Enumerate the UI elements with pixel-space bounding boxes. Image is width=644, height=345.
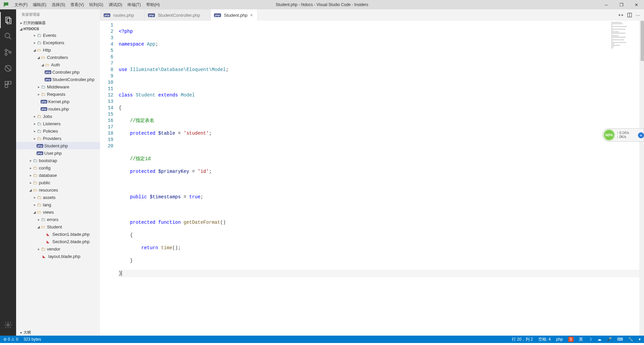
app-logo <box>0 2 12 8</box>
statusbar: ⊘ 0 ⚠ 0 323 bytes 行 20，列 2 空格: 4 php S 英… <box>0 336 644 343</box>
menu-selection[interactable]: 选择(S) <box>49 0 68 9</box>
svg-point-5 <box>5 53 7 55</box>
status-position[interactable]: 行 20，列 2 <box>512 337 533 342</box>
tree-row[interactable]: ▸🗀config <box>16 164 100 171</box>
tree-row[interactable]: ◢🗁resources <box>16 186 100 194</box>
sidebar: 资源管理器 ▸打开的编辑器 ◢HTDOCS ▸🗀Events▸🗀Exceptio… <box>16 9 100 336</box>
svg-rect-9 <box>5 81 8 84</box>
extensions-icon[interactable] <box>0 76 16 92</box>
tree-row[interactable]: ◣Section2.blade.php <box>16 238 100 245</box>
tab-student[interactable]: phpStudent.php× <box>211 9 258 21</box>
status-language[interactable]: php <box>556 337 563 342</box>
net-stats: ↑ 0.1K/s ↓ 0K/s <box>617 131 629 139</box>
tree-row[interactable]: ▸🗀assets <box>16 194 100 201</box>
section-workspace[interactable]: ◢HTDOCS <box>16 26 100 31</box>
activitybar <box>0 9 16 336</box>
window-title: Student.php - htdocs - Visual Studio Cod… <box>276 2 368 7</box>
code-editor[interactable]: 1234567891011121314151617181920 <?php na… <box>100 21 644 336</box>
tree-row[interactable]: phpKernel.php <box>16 98 100 105</box>
tree-row[interactable]: phpController.php <box>16 68 100 76</box>
compare-icon[interactable] <box>618 12 624 18</box>
tree-row[interactable]: ▸🗀Listeners <box>16 120 100 127</box>
svg-rect-11 <box>5 85 8 87</box>
menu-file[interactable]: 文件(F) <box>12 0 30 9</box>
svg-rect-0 <box>6 17 10 22</box>
tree-row[interactable]: ▸🗀Requests <box>16 90 100 98</box>
network-widget[interactable]: 60% ↑ 0.1K/s ↓ 0K/s + <box>602 128 644 142</box>
menu-terminal[interactable]: 终端(T) <box>125 0 143 9</box>
svg-point-4 <box>5 49 7 51</box>
tree-row[interactable]: ▸🗀Jobs <box>16 113 100 120</box>
tree-row[interactable]: phproutes.php <box>16 105 100 113</box>
tree-row[interactable]: ▸🗀bootstrap <box>16 157 100 164</box>
status-errors[interactable]: ⊘ 0 ⚠ 0 <box>3 337 18 342</box>
status-moon-icon[interactable]: ☽ <box>588 337 592 342</box>
section-open-editors[interactable]: ▸打开的编辑器 <box>16 20 100 26</box>
settings-icon[interactable] <box>0 317 16 333</box>
status-mic-icon[interactable]: 🎤 <box>607 337 612 342</box>
tree-row[interactable]: ◣layout.blade.php <box>16 253 100 260</box>
tree-row[interactable]: ◣Section1.blade.php <box>16 230 100 238</box>
tree-row[interactable]: ▸🗀Middleware <box>16 83 100 90</box>
titlebar: 文件(F) 编辑(E) 选择(S) 查看(V) 转到(G) 调试(D) 终端(T… <box>0 0 644 9</box>
sidebar-header: 资源管理器 <box>16 9 100 20</box>
more-icon[interactable]: ⋯ <box>636 13 640 18</box>
minimize-button[interactable]: ─ <box>599 0 614 9</box>
tree-row[interactable]: ▸🗀errors <box>16 216 100 223</box>
tree-row[interactable]: ▸🗀lang <box>16 201 100 208</box>
file-tree[interactable]: ▸🗀Events▸🗀Exceptions◢🗁Http◢🗁Controllers◢… <box>16 31 100 329</box>
tree-row[interactable]: ▸🗀Exceptions <box>16 39 100 46</box>
explorer-icon[interactable] <box>0 12 16 28</box>
svg-rect-1 <box>7 18 11 24</box>
status-indent[interactable]: 空格: 4 <box>538 337 551 342</box>
section-outline[interactable]: ▸大纲 <box>16 329 100 336</box>
svg-line-3 <box>9 37 11 39</box>
source-control-icon[interactable] <box>0 44 16 60</box>
tree-row[interactable]: ◢🗁Http <box>16 46 100 54</box>
tree-row[interactable]: ▸🗀public <box>16 179 100 186</box>
status-lang-en[interactable]: 英 <box>579 337 583 342</box>
menu-go[interactable]: 转到(G) <box>87 0 106 9</box>
close-button[interactable]: ✕ <box>629 0 644 9</box>
tree-row[interactable]: phpUser.php <box>16 149 100 157</box>
editor-area: phproutes.php× phpStudentController.php×… <box>100 9 644 336</box>
tree-row[interactable]: ▸🗀database <box>16 171 100 179</box>
status-size[interactable]: 323 bytes <box>23 337 41 342</box>
code-content[interactable]: <?php namespace App; use Illuminate\Data… <box>119 21 644 336</box>
tree-row[interactable]: ◢🗁Student <box>16 223 100 230</box>
tabs-row: phproutes.php× phpStudentController.php×… <box>100 9 644 21</box>
vertical-scrollbar[interactable] <box>639 21 644 336</box>
svg-point-2 <box>5 33 10 38</box>
debug-icon[interactable] <box>0 60 16 76</box>
minimap[interactable] <box>609 21 639 336</box>
tree-row[interactable]: ◢🗁Controllers <box>16 54 100 61</box>
gutter: 1234567891011121314151617181920 <box>100 21 119 336</box>
close-icon[interactable]: × <box>250 12 254 18</box>
plus-icon[interactable]: + <box>638 132 644 138</box>
status-kbd-icon[interactable]: ⌨ <box>617 337 623 342</box>
search-icon[interactable] <box>0 28 16 44</box>
tree-row[interactable]: ◢🗁Auth <box>16 61 100 68</box>
split-icon[interactable] <box>627 12 632 18</box>
menu-view[interactable]: 查看(V) <box>68 0 87 9</box>
tab-routes[interactable]: phproutes.php× <box>100 9 145 21</box>
svg-point-12 <box>7 324 9 326</box>
status-cloud-icon[interactable]: ☁ <box>597 337 601 342</box>
tree-row[interactable]: ▸🗀vendor <box>16 245 100 253</box>
menu-debug[interactable]: 调试(D) <box>106 0 125 9</box>
status-wrench-icon[interactable]: 🔧 <box>628 337 633 342</box>
status-ime[interactable]: S <box>568 337 574 342</box>
menu-edit[interactable]: 编辑(E) <box>30 0 49 9</box>
tab-studentcontroller[interactable]: phpStudentController.php× <box>145 9 211 21</box>
cpu-gauge: 60% <box>603 129 615 141</box>
maximize-button[interactable]: ❐ <box>614 0 629 9</box>
svg-rect-10 <box>8 81 11 84</box>
status-chevron-icon[interactable]: ▾ <box>639 337 641 342</box>
tree-row[interactable]: ▸🗀Events <box>16 31 100 39</box>
tree-row[interactable]: phpStudentController.php <box>16 76 100 83</box>
menu-help[interactable]: 帮助(H) <box>144 0 163 9</box>
tree-row[interactable]: ◢🗁views <box>16 208 100 216</box>
tree-row[interactable]: ▸🗀Policies <box>16 127 100 135</box>
tree-row[interactable]: phpStudent.php <box>16 142 100 149</box>
tree-row[interactable]: ▸🗀Providers <box>16 135 100 142</box>
